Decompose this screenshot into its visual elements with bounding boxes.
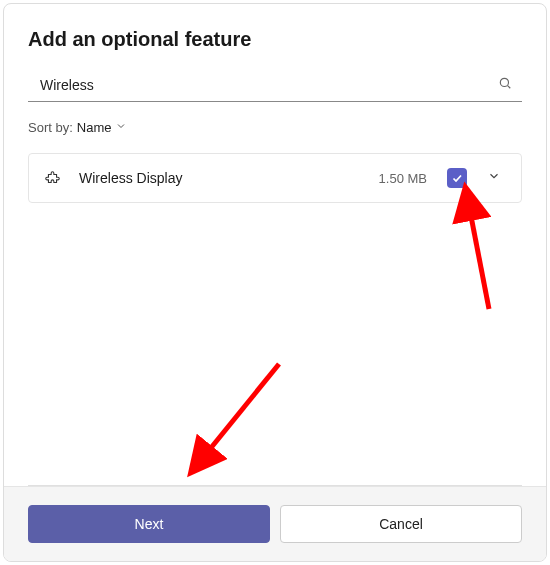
sort-value: Name [77, 120, 112, 135]
dialog-content: Add an optional feature Sort by: Name [4, 4, 546, 486]
feature-checkbox[interactable] [447, 168, 467, 188]
add-optional-feature-dialog: Add an optional feature Sort by: Name [3, 3, 547, 562]
sort-dropdown[interactable]: Sort by: Name [28, 120, 522, 135]
search-field-wrap [28, 69, 522, 102]
dialog-title: Add an optional feature [28, 28, 522, 51]
chevron-down-icon [115, 120, 127, 135]
feature-expand-chevron[interactable] [483, 169, 505, 187]
puzzle-icon [45, 169, 63, 187]
sort-label: Sort by: [28, 120, 73, 135]
cancel-button[interactable]: Cancel [280, 505, 522, 543]
feature-size: 1.50 MB [379, 171, 427, 186]
feature-row: Wireless Display 1.50 MB [28, 153, 522, 203]
dialog-footer: Next Cancel [4, 486, 546, 561]
chevron-down-icon [487, 169, 501, 183]
feature-name: Wireless Display [79, 170, 363, 186]
next-button[interactable]: Next [28, 505, 270, 543]
search-input[interactable] [28, 69, 522, 101]
checkmark-icon [451, 172, 463, 184]
